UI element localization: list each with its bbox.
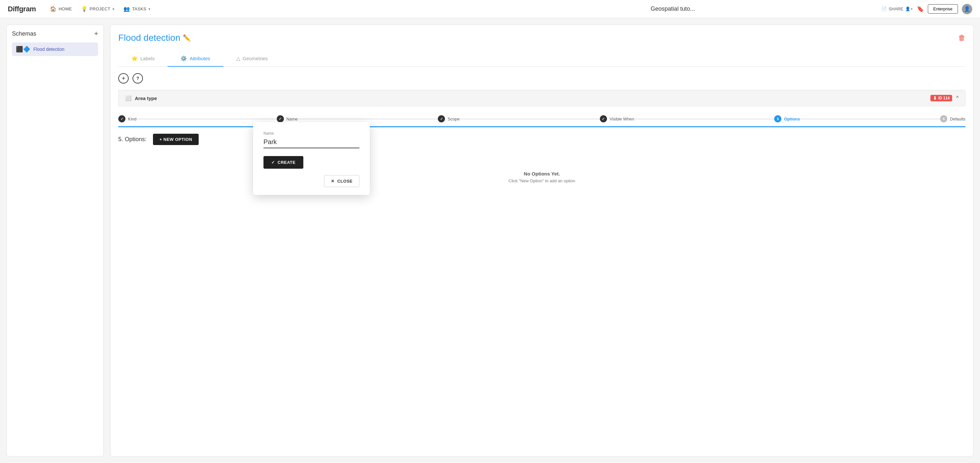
section-row: 5. Options: + NEW OPTION (118, 127, 966, 145)
nav-home[interactable]: 🏠 HOME (46, 3, 76, 14)
step-name-circle: ✓ (277, 115, 284, 122)
chevron-down-icon: ▾ (113, 7, 115, 11)
step-visible-label: Visible When (609, 117, 634, 121)
page-title-row: Flood detection ✏️ 🗑 (118, 33, 966, 43)
project-icon: 💡 (81, 6, 88, 12)
step-options: 5 Options (774, 115, 800, 122)
tab-geometries[interactable]: △ Geometries (223, 51, 281, 67)
step-kind-circle: ✓ (118, 115, 126, 122)
star-icon: ⭐ (131, 55, 138, 62)
popup-close-label: CLOSE (337, 179, 353, 184)
content-area: Flood detection ✏️ 🗑 ⭐ Labels ⚙️ Attribu… (110, 25, 974, 457)
popup-name-label: Name (264, 131, 360, 136)
tasks-icon: 👥 (124, 6, 130, 12)
attributes-toolbar: + ? (118, 73, 966, 84)
no-options-message: No Options Yet. Click "New Option" to ad… (118, 171, 966, 183)
section-title: 5. Options: (118, 136, 146, 143)
add-attribute-button[interactable]: + (118, 73, 129, 84)
attribute-id-text: ID 114 (938, 96, 950, 100)
brand-logo[interactable]: Diffgram (8, 5, 36, 13)
sidebar-add-button[interactable]: + (94, 30, 98, 37)
schema-item-label: Flood detection (33, 47, 65, 52)
add-icon: + (121, 75, 126, 82)
add-person-icon: 👤+ (905, 6, 913, 11)
tab-labels-text: Labels (140, 56, 154, 61)
document-icon: 📄 (881, 6, 887, 11)
selection-icon: ⬜ (125, 95, 132, 101)
close-icon: ✕ (331, 179, 335, 184)
nav-tasks-label: TASKS (132, 6, 146, 11)
help-button[interactable]: ? (132, 73, 143, 84)
bookmark-icon: 🔖 (917, 5, 924, 13)
nav-tasks[interactable]: 👥 TASKS ▾ (119, 3, 154, 14)
tab-geometries-text: Geometries (243, 56, 268, 61)
nav-items: 🏠 HOME 💡 PROJECT ▾ 👥 TASKS ▾ (46, 3, 464, 14)
navbar-center: Geospatial tuto... (464, 5, 881, 12)
page-title: Flood detection ✏️ (118, 33, 191, 43)
nav-project[interactable]: 💡 PROJECT ▾ (77, 3, 118, 14)
brand-name-part2: gram (19, 5, 36, 13)
tab-attributes[interactable]: ⚙️ Attributes (167, 51, 223, 67)
chevron-down-icon-tasks: ▾ (148, 7, 151, 11)
attribute-name: Area type (135, 95, 157, 101)
schema-item-flood-detection[interactable]: ⬛🔷 Flood detection (12, 43, 98, 56)
step-scope-circle: ✓ (438, 115, 445, 122)
popup-name-input[interactable] (264, 137, 360, 148)
steps-row: ✓ Kind ✓ Name ✓ Scope ✓ Visible When 5 O… (118, 111, 966, 127)
step-kind-label: Kind (128, 117, 137, 121)
brand-name-part1: Diff (8, 5, 19, 13)
attributes-icon: ⚙️ (180, 55, 187, 62)
step-visible-when: ✓ Visible When (600, 115, 634, 122)
attribute-row-right: ⬇ ID 114 ^ (931, 95, 959, 101)
new-option-button[interactable]: + NEW OPTION (153, 134, 199, 145)
popup-close-button[interactable]: ✕ CLOSE (324, 175, 360, 187)
no-options-subtitle: Click "New Option" to add an option (118, 178, 966, 183)
attribute-id-badge: ⬇ ID 114 (931, 95, 952, 101)
sidebar: Schemas + ⬛🔷 Flood detection (6, 25, 104, 457)
schema-icon: ⬛🔷 (16, 46, 30, 53)
step-options-circle: 5 (774, 115, 781, 122)
step-kind: ✓ Kind (118, 115, 137, 122)
popup-create-label: CREATE (278, 160, 296, 165)
help-icon: ? (137, 76, 139, 81)
step-scope: ✓ Scope (438, 115, 460, 122)
avatar[interactable]: 👤 (962, 4, 972, 14)
edit-icon[interactable]: ✏️ (183, 34, 191, 42)
no-options-title: No Options Yet. (118, 171, 966, 176)
tab-labels[interactable]: ⭐ Labels (118, 51, 167, 67)
page-title-text: Flood detection (118, 33, 180, 43)
step-defaults-label: Defaults (950, 117, 966, 121)
home-icon: 🏠 (50, 6, 57, 12)
enterprise-button[interactable]: Enterprise (928, 4, 958, 14)
check-icon: ✓ (271, 160, 275, 165)
popup-create-button[interactable]: ✓ CREATE (264, 156, 303, 169)
step-options-label: Options (784, 117, 800, 121)
step-name: ✓ Name (277, 115, 298, 122)
step-name-label: Name (286, 117, 298, 121)
navbar: Diffgram 🏠 HOME 💡 PROJECT ▾ 👥 TASKS ▾ Ge… (0, 0, 980, 18)
navbar-right: 📄 SHARE 👤+ 🔖 Enterprise 👤 (881, 4, 972, 14)
attribute-expand-icon[interactable]: ^ (956, 95, 959, 101)
tabs: ⭐ Labels ⚙️ Attributes △ Geometries (118, 51, 966, 67)
step-visible-circle: ✓ (600, 115, 607, 122)
popup-actions: ✕ CLOSE (264, 175, 360, 187)
attribute-row-left: ⬜ Area type (125, 95, 157, 101)
project-title: Geospatial tuto... (651, 5, 695, 12)
geometries-icon: △ (236, 55, 240, 62)
sidebar-title: Schemas (12, 30, 36, 37)
attribute-row: ⬜ Area type ⬇ ID 114 ^ (118, 90, 966, 106)
nav-project-label: PROJECT (89, 6, 110, 11)
step-defaults-circle: 6 (940, 115, 947, 122)
sidebar-header: Schemas + (12, 30, 98, 37)
share-label: SHARE (889, 6, 903, 11)
delete-button[interactable]: 🗑 (958, 34, 966, 42)
share-button[interactable]: 📄 SHARE 👤+ (881, 6, 913, 11)
nav-home-label: HOME (59, 6, 72, 11)
step-defaults: 6 Defaults (940, 115, 966, 122)
main-layout: Schemas + ⬛🔷 Flood detection Flood detec… (0, 18, 980, 463)
tab-attributes-text: Attributes (189, 56, 210, 61)
step-scope-label: Scope (447, 117, 460, 121)
create-option-popup: Name ✓ CREATE ✕ CLOSE (253, 122, 370, 195)
